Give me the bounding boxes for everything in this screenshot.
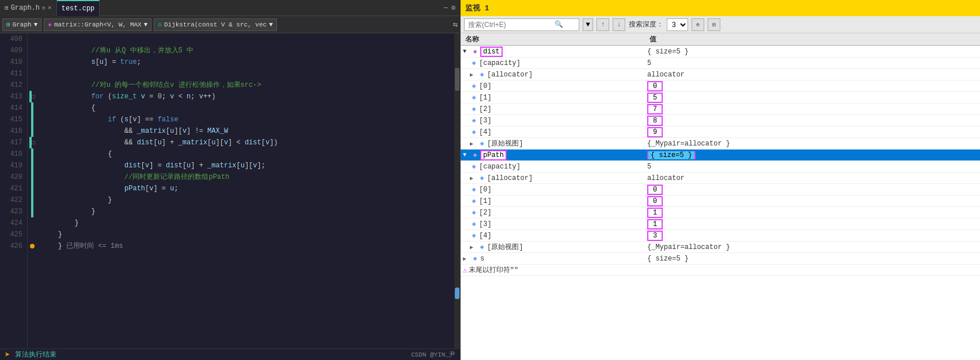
watch-cell-ppath-0-name: ◈ [0] xyxy=(461,186,645,194)
ppath-2-name-label: [2] xyxy=(479,209,492,217)
tab-graph-h[interactable]: ⊞ Graph.h ⊕ × xyxy=(0,0,57,16)
gutter-411 xyxy=(28,68,37,79)
watch-row-dist-allocator[interactable]: ▶ ◈ [allocator] allocator xyxy=(461,69,980,81)
watch-row-ppath-capacity[interactable]: ◈ [capacity] 5 xyxy=(461,161,980,173)
watch-cell-dist-name: ▼ ◈ dist xyxy=(461,47,645,57)
watch-row-dist-raw[interactable]: ▶ ◈ [原始视图] {_Mypair=allocator } xyxy=(461,138,980,150)
watch-cell-ppath-raw-value: {_Mypair=allocator } xyxy=(645,243,980,251)
tab-graph-h-close[interactable]: × xyxy=(48,5,52,12)
watch-cell-dist-capacity-value: 5 xyxy=(645,59,980,67)
search-icon: 🔍 xyxy=(554,20,563,29)
expand-ppath-btn[interactable]: ▼ xyxy=(463,152,470,158)
watch-up-btn[interactable]: ↑ xyxy=(597,18,609,31)
watch-cell-ppath-allocator-value: allocator xyxy=(645,174,980,182)
cube-ppath-capacity-icon: ◈ xyxy=(470,163,478,171)
gutter-423 xyxy=(28,206,37,217)
code-line-410: s[u] = true; xyxy=(37,56,454,68)
tab-bar: ⊞ Graph.h ⊕ × test.cpp — ⚙ xyxy=(0,0,460,16)
s-name-label: s xyxy=(480,255,484,263)
watch-cell-dist-capacity-name: ◈ [capacity] xyxy=(461,59,645,67)
watch-cell-dist-0-value: 0 xyxy=(645,81,980,91)
watch-format-btn[interactable]: ⊞ xyxy=(708,18,720,31)
cube-ppath-4-icon: ◈ xyxy=(470,232,478,240)
tab-graph-h-label: Graph.h xyxy=(11,4,40,12)
expand-s-btn[interactable]: ▶ xyxy=(463,255,470,262)
watch-row-dist-4[interactable]: ◈ [4] 9 xyxy=(461,127,980,138)
line-417: 417 xyxy=(0,137,22,148)
expand-ppath-allocator-btn[interactable]: ▶ xyxy=(470,175,477,182)
line-425: 425 xyxy=(0,229,22,240)
watch-row-ppath-0[interactable]: ◈ [0] 0 xyxy=(461,184,980,196)
watch-search-box[interactable]: 🔍 xyxy=(464,18,579,31)
watch-panel: 监视 1 🔍 ▼ ↑ ↓ 搜索深度： 3 1 2 4 5 ⊕ ⊞ xyxy=(461,0,980,360)
expand-ppath-raw-btn[interactable]: ▶ xyxy=(470,244,477,251)
expand-dist-btn[interactable]: ▼ xyxy=(463,48,470,55)
scrollbar-thumb[interactable] xyxy=(455,68,459,91)
watch-row-more[interactable]: ⚠ 末尾以打印符"" xyxy=(461,265,980,276)
watch-row-ppath-3[interactable]: ◈ [3] 1 xyxy=(461,219,980,230)
depth-label: 搜索深度： xyxy=(629,20,663,29)
code-scroll[interactable]: 408 409 410 411 412 413 414 415 416 417 … xyxy=(0,33,454,348)
search-dropdown-btn[interactable]: ▼ xyxy=(583,18,593,31)
ppath-name-label: pPath xyxy=(480,150,507,160)
editor-scrollbar[interactable] xyxy=(454,33,460,348)
line-423: 423 xyxy=(0,206,22,217)
watch-row-ppath[interactable]: ▼ ◈ pPath { size=5 } xyxy=(461,150,980,161)
cube-dist-raw-icon: ◈ xyxy=(478,140,486,148)
cube-dist-icon: ◈ xyxy=(471,48,479,56)
cube-ppath-allocator-icon: ◈ xyxy=(478,174,486,182)
watch-cell-dist-2-name: ◈ [2] xyxy=(461,105,645,113)
tab-test-cpp[interactable]: test.cpp xyxy=(57,0,100,16)
gutter-419 xyxy=(28,160,37,171)
col-name-header: 名称 xyxy=(463,35,647,44)
method-dropdown[interactable]: ◈ matrix::Graph<V, W, MAX ▼ xyxy=(44,18,151,31)
line-426: 426 xyxy=(0,240,22,252)
watch-cell-ppath-2-name: ◈ [2] xyxy=(461,209,645,217)
depth-select[interactable]: 3 1 2 4 5 xyxy=(667,18,688,31)
func-dropdown[interactable]: ◇ Dijkstra(const V & src, vec ▼ xyxy=(154,18,276,31)
watch-row-dist-capacity[interactable]: ◈ [capacity] 5 xyxy=(461,58,980,69)
collapse-413[interactable]: □ xyxy=(32,94,35,100)
dist-2-name-label: [2] xyxy=(479,105,492,113)
ppath-0-name-label: [0] xyxy=(479,186,492,194)
watch-row-dist-0[interactable]: ◈ [0] 0 xyxy=(461,81,980,92)
attribution-text: CSDN @YIN_尹 xyxy=(411,350,455,359)
toolbar-pin[interactable]: ⇆ xyxy=(453,20,458,29)
collapse-417[interactable]: □ xyxy=(32,140,35,146)
watch-row-ppath-raw[interactable]: ▶ ◈ [原始视图] {_Mypair=allocator } xyxy=(461,242,980,253)
line-418: 418 xyxy=(0,148,22,160)
cube-ppath-0-icon: ◈ xyxy=(470,186,478,194)
class-dropdown[interactable]: ⊞ Graph ▼ xyxy=(2,18,41,31)
code-line-415: if (s[v] == false xyxy=(37,114,454,125)
watch-row-dist-1[interactable]: ◈ [1] 5 xyxy=(461,92,980,104)
expand-dist-raw-btn[interactable]: ▶ xyxy=(470,140,477,147)
gutter-414 xyxy=(28,102,37,114)
tab-test-cpp-label: test.cpp xyxy=(62,5,95,13)
watch-search-input[interactable] xyxy=(468,21,554,29)
watch-row-ppath-1[interactable]: ◈ [1] 0 xyxy=(461,196,980,207)
tab-options-dash[interactable]: — xyxy=(444,4,448,12)
line-415: 415 xyxy=(0,114,22,125)
watch-row-ppath-allocator[interactable]: ▶ ◈ [allocator] allocator xyxy=(461,173,980,184)
expand-dist-allocator-btn[interactable]: ▶ xyxy=(470,71,477,78)
watch-cell-dist-3-value: 8 xyxy=(645,116,980,126)
watch-row-dist[interactable]: ▼ ◈ dist { size=5 } xyxy=(461,46,980,58)
line-422: 422 xyxy=(0,194,22,206)
watch-row-ppath-4[interactable]: ◈ [4] 3 xyxy=(461,230,980,242)
cube-dist-0-icon: ◈ xyxy=(470,82,478,90)
watch-cell-dist-2-value: 7 xyxy=(645,104,980,114)
watch-row-dist-3[interactable]: ◈ [3] 8 xyxy=(461,115,980,127)
code-lines[interactable]: //将u 从Q 中移出，并放入S 中 s[u] = true; //对u 的每一… xyxy=(37,33,454,348)
tab-options-gear[interactable]: ⚙ xyxy=(451,3,455,12)
watch-down-btn[interactable]: ↓ xyxy=(613,18,625,31)
watch-row-ppath-2[interactable]: ◈ [2] 1 xyxy=(461,207,980,219)
scrollbar-thumb-bottom[interactable] xyxy=(455,288,459,299)
line-409: 409 xyxy=(0,45,22,56)
watch-pin-btn[interactable]: ⊕ xyxy=(692,18,704,31)
execution-status-text: 算法执行结束 xyxy=(15,350,56,359)
watch-row-s[interactable]: ▶ ◈ s { size=5 } xyxy=(461,253,980,265)
gutter-413: □ xyxy=(28,91,37,102)
ppath-3-value-box: 1 xyxy=(647,219,663,229)
ppath-1-value-box: 0 xyxy=(647,196,663,206)
watch-row-dist-2[interactable]: ◈ [2] 7 xyxy=(461,104,980,115)
